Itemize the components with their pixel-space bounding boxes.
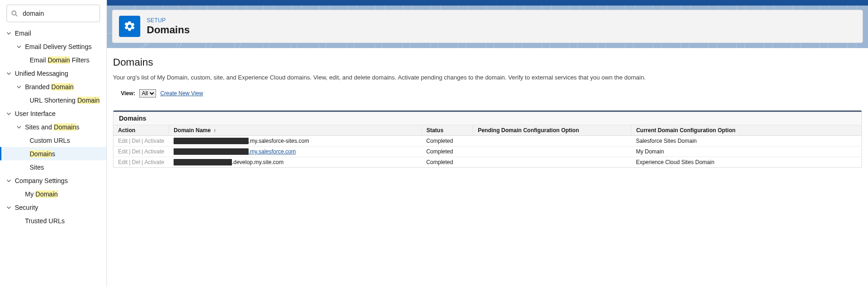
col-current[interactable]: Current Domain Configuration Option — [631, 125, 862, 136]
sidebar-item-user-interface[interactable]: User Interface — [0, 107, 106, 120]
section-description: Your org's list of My Domain, custom, si… — [113, 74, 862, 81]
svg-line-1 — [16, 15, 18, 17]
section-title: Domains — [113, 56, 862, 68]
chevron-down-icon — [5, 71, 13, 76]
chevron-down-icon — [5, 178, 13, 183]
header-eyebrow: SETUP — [147, 17, 190, 24]
sidebar-item-sites[interactable]: Sites — [0, 160, 106, 174]
del-link[interactable]: Del — [132, 138, 140, 144]
edit-link[interactable]: Edit — [118, 159, 128, 165]
sidebar-item-label: Trusted URLs — [25, 217, 65, 225]
sidebar-item-custom-urls[interactable]: Custom URLs — [0, 134, 106, 147]
table-row: Edit|Del|Activate.my.salesforce-sites.co… — [113, 136, 862, 147]
sidebar-item-label: Sites — [30, 164, 44, 171]
sidebar-item-label: Unified Messaging — [15, 70, 68, 77]
redacted-domain-prefix — [174, 138, 249, 144]
sidebar-item-label: Security — [15, 204, 38, 211]
brand-stripe — [107, 0, 868, 6]
view-label: View: — [121, 90, 135, 97]
sidebar-item-label: Sites and — [25, 123, 54, 131]
col-pending[interactable]: Pending Domain Configuration Option — [473, 125, 631, 136]
sidebar-item-label: Branded — [25, 83, 51, 91]
pending-cell — [473, 136, 631, 147]
sidebar-item-label: s — [52, 150, 55, 158]
status-cell: Completed — [422, 136, 473, 147]
chevron-down-icon — [5, 111, 13, 116]
activate-link[interactable]: Activate — [144, 159, 164, 165]
create-new-view-link[interactable]: Create New View — [160, 90, 203, 97]
highlight: Domain — [48, 56, 70, 64]
sidebar-item-security[interactable]: Security — [0, 201, 106, 214]
highlight: Domain — [54, 123, 76, 131]
chevron-down-icon — [15, 125, 23, 129]
domains-table: Action Domain Name↑ Status Pending Domai… — [113, 125, 862, 167]
current-cell: My Domain — [631, 147, 862, 157]
sidebar: Email Email Delivery Settings Email Doma… — [0, 0, 107, 287]
page-title: Domains — [147, 24, 190, 36]
sidebar-item-domains[interactable]: Domains — [0, 147, 106, 160]
chevron-down-icon — [15, 44, 23, 49]
sidebar-item-label: Email — [15, 30, 31, 37]
header-band: SETUP Domains — [107, 6, 868, 48]
highlight: Domain — [30, 150, 52, 158]
sidebar-item-label: Email — [30, 56, 48, 64]
sidebar-item-trusted-urls[interactable]: Trusted URLs — [0, 214, 106, 227]
main: SETUP Domains Domains Your org's list of… — [107, 0, 868, 287]
activate-link[interactable]: Activate — [144, 148, 164, 155]
search-icon — [11, 10, 18, 17]
sidebar-item-label: s — [76, 123, 80, 131]
sidebar-item-label: User Interface — [15, 110, 56, 117]
domain-name: .my.salesforce-sites.com — [249, 138, 309, 144]
domain-name[interactable]: .my.salesforce.com — [249, 148, 296, 155]
sidebar-item-label: Email Delivery Settings — [25, 43, 92, 50]
view-row: View: All Create New View — [121, 89, 862, 98]
domains-table-card: Domains Action Domain Name↑ Status Pendi… — [113, 110, 862, 168]
svg-point-0 — [12, 11, 16, 15]
sidebar-item-url-shortening-domain[interactable]: URL Shortening Domain — [0, 93, 106, 107]
content: Domains Your org's list of My Domain, cu… — [107, 48, 868, 168]
sidebar-item-my-domain[interactable]: My Domain — [0, 187, 106, 201]
pending-cell — [473, 157, 631, 168]
sort-asc-icon: ↑ — [213, 128, 216, 133]
chevron-down-icon — [5, 31, 13, 36]
highlight: Domain — [36, 190, 58, 198]
status-cell: Completed — [422, 147, 473, 157]
redacted-domain-prefix — [174, 148, 249, 155]
view-select[interactable]: All — [139, 89, 156, 98]
del-link[interactable]: Del — [132, 148, 140, 155]
sidebar-item-branded-domain[interactable]: Branded Domain — [0, 80, 106, 93]
sidebar-item-email[interactable]: Email — [0, 26, 106, 40]
current-cell: Salesforce Sites Domain — [631, 136, 862, 147]
edit-link[interactable]: Edit — [118, 148, 128, 155]
current-cell: Experience Cloud Sites Domain — [631, 157, 862, 168]
page-header: SETUP Domains — [112, 10, 863, 43]
edit-link[interactable]: Edit — [118, 138, 128, 144]
highlight: Domain — [77, 97, 100, 104]
sidebar-item-sites-and-domains[interactable]: Sites and Domains — [0, 120, 106, 134]
del-link[interactable]: Del — [132, 159, 140, 165]
chevron-down-icon — [15, 85, 23, 89]
sidebar-item-label: Filters — [70, 56, 89, 64]
col-domain-name[interactable]: Domain Name↑ — [169, 125, 422, 136]
search-input[interactable] — [6, 5, 100, 22]
pending-cell — [473, 147, 631, 157]
activate-link[interactable]: Activate — [144, 138, 164, 144]
sidebar-item-label: My — [25, 190, 36, 198]
status-cell: Completed — [422, 157, 473, 168]
gear-icon — [119, 16, 140, 37]
sidebar-item-label: URL Shortening — [30, 97, 77, 104]
sidebar-item-email-delivery[interactable]: Email Delivery Settings — [0, 40, 106, 53]
col-action[interactable]: Action — [113, 125, 169, 136]
domain-name: .develop.my.site.com — [232, 159, 284, 165]
sidebar-search — [6, 5, 100, 22]
table-card-title: Domains — [113, 112, 862, 125]
sidebar-item-email-domain-filters[interactable]: Email Domain Filters — [0, 53, 106, 67]
table-row: Edit|Del|Activate.develop.my.site.comCom… — [113, 157, 862, 168]
sidebar-item-label: Company Settings — [15, 177, 68, 184]
col-status[interactable]: Status — [422, 125, 473, 136]
sidebar-item-unified-messaging[interactable]: Unified Messaging — [0, 67, 106, 80]
sidebar-nav: Email Email Delivery Settings Email Doma… — [0, 26, 106, 227]
redacted-domain-prefix — [174, 159, 232, 165]
table-row: Edit|Del|Activate.my.salesforce.comCompl… — [113, 147, 862, 157]
sidebar-item-company-settings[interactable]: Company Settings — [0, 174, 106, 187]
